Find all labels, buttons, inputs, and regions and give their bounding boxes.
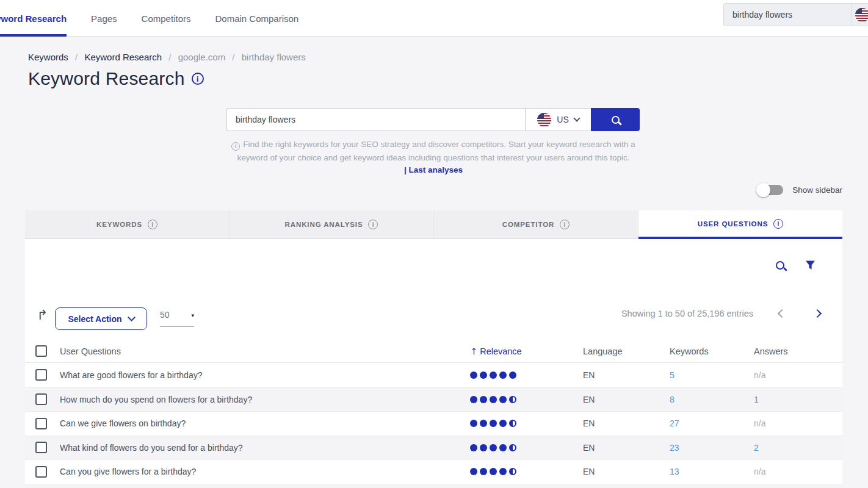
partial-table-row [25, 484, 842, 488]
nav-item-domain-comparison[interactable]: Domain Comparison [215, 0, 298, 37]
header-language[interactable]: Language [583, 346, 670, 356]
header-keywords[interactable]: Keywords [670, 346, 754, 356]
relevance-dot-full [499, 371, 507, 379]
showing-entries-text: Showing 1 to 50 of 25,196 entries [621, 309, 753, 318]
relevance-dots [470, 396, 583, 403]
user-questions-panel: ↱ Select Action 50 ▾ Showing 1 to 50 of … [25, 239, 842, 488]
question-text: What kind of flowers do you send for a b… [60, 443, 470, 453]
relevance-dot-half [509, 420, 516, 427]
relevance-dot-full [490, 371, 497, 379]
page-title: Keyword Research [28, 68, 185, 89]
relevance-dot-half [509, 468, 516, 475]
topbar-search-input[interactable] [724, 4, 843, 26]
answers-count[interactable]: n/a [754, 418, 842, 428]
relevance-dot-full [499, 468, 507, 475]
header-label: Relevance [480, 346, 522, 356]
country-code: US [557, 115, 568, 124]
relevance-dot-full [470, 371, 477, 379]
relevance-dots [470, 371, 583, 379]
topbar-search [723, 3, 868, 26]
result-tabs: KEYWORDS RANKING ANALYSIS COMPETITOR USE… [25, 210, 842, 239]
keywords-count-link[interactable]: 27 [670, 418, 754, 428]
answers-count[interactable]: n/a [754, 370, 842, 380]
header-relevance[interactable]: ↑Relevance [470, 346, 583, 356]
keyword-search-bar: US [226, 108, 640, 131]
select-all-checkbox[interactable] [35, 345, 47, 357]
relevance-dots [470, 420, 583, 427]
breadcrumb-domain[interactable]: google.com [178, 52, 226, 62]
tab-user-questions[interactable]: USER QUESTIONS [638, 210, 842, 239]
table-search-icon[interactable] [776, 261, 784, 270]
nav-item-keyword-research[interactable]: Keyword Research [0, 0, 67, 37]
row-checkbox[interactable] [35, 393, 47, 405]
country-select[interactable]: US [525, 108, 591, 131]
relevance-dot-full [490, 468, 497, 475]
page-size-value: 50 [160, 310, 170, 320]
table-row[interactable]: Can you give flowers for a birthday? EN … [25, 459, 842, 484]
keywords-count-link[interactable]: 13 [670, 467, 754, 476]
row-checkbox[interactable] [35, 442, 47, 453]
keyword-search-input[interactable] [226, 108, 525, 131]
header-user-questions[interactable]: User Questions [60, 346, 470, 356]
breadcrumb-keywords[interactable]: Keywords [28, 52, 68, 62]
question-text: Can you give flowers for a birthday? [60, 467, 470, 476]
relevance-dot-full [480, 371, 487, 379]
info-icon[interactable] [368, 220, 378, 229]
row-checkbox[interactable] [35, 418, 47, 429]
filter-icon[interactable] [805, 260, 816, 270]
nav-item-competitors[interactable]: Competitors [142, 0, 191, 37]
relevance-dot-full [509, 371, 516, 379]
table-row[interactable]: What kind of flowers do you send for a b… [25, 436, 842, 460]
row-checkbox[interactable] [35, 369, 47, 381]
table-header: User Questions ↑Relevance Language Keywo… [25, 340, 842, 363]
row-checkbox[interactable] [35, 466, 47, 478]
answers-count[interactable]: 2 [754, 443, 842, 453]
answers-count[interactable]: n/a [754, 467, 842, 476]
tab-competitor[interactable]: COMPETITOR [434, 210, 638, 239]
relevance-dot-full [470, 444, 477, 451]
chevron-down-icon [573, 115, 580, 121]
info-icon[interactable] [192, 73, 204, 85]
relevance-dot-full [480, 420, 487, 427]
breadcrumb-keyword-research[interactable]: Keyword Research [84, 52, 162, 62]
show-sidebar-label: Show sidebar [792, 185, 842, 195]
show-sidebar-toggle[interactable] [758, 185, 783, 195]
page-size-select[interactable]: 50 ▾ [160, 310, 194, 327]
previous-page-icon[interactable] [778, 309, 786, 318]
tab-ranking-analysis[interactable]: RANKING ANALYSIS [230, 210, 434, 239]
keywords-count-link[interactable]: 5 [670, 370, 754, 380]
select-action-dropdown[interactable]: Select Action [55, 307, 147, 330]
language-value: EN [583, 370, 670, 380]
table-row[interactable]: How much do you spend on flowers for a b… [25, 387, 842, 412]
topbar-country-flag[interactable] [852, 8, 868, 22]
relevance-dot-full [480, 468, 487, 475]
question-text: Can we give flowers on birthday? [60, 418, 470, 428]
keywords-count-link[interactable]: 8 [670, 395, 754, 404]
language-value: EN [583, 443, 670, 453]
info-icon[interactable] [773, 219, 783, 229]
header-answers[interactable]: Answers [754, 346, 842, 356]
tab-keywords[interactable]: KEYWORDS [25, 210, 230, 239]
relevance-dots [470, 468, 583, 475]
export-icon[interactable]: ↱ [37, 309, 48, 322]
breadcrumb-separator: / [168, 52, 171, 62]
search-button[interactable] [591, 108, 640, 131]
table-row[interactable]: What are good flowers for a birthday? EN… [25, 363, 842, 387]
info-icon[interactable] [148, 220, 157, 229]
language-value: EN [583, 418, 670, 428]
last-analyses-link[interactable]: | Last analyses [201, 165, 665, 174]
answers-count[interactable]: 1 [754, 395, 842, 404]
keywords-count-link[interactable]: 23 [670, 443, 754, 453]
relevance-dot-full [480, 444, 487, 451]
description-line1: Find the right keywords for your SEO str… [243, 140, 635, 149]
language-value: EN [583, 395, 670, 404]
relevance-dot-full [499, 396, 507, 403]
table-row[interactable]: Can we give flowers on birthday? EN 27 n… [25, 411, 842, 436]
relevance-dot-full [470, 468, 477, 475]
tab-label: KEYWORDS [96, 221, 142, 228]
sidebar-toggle-row: Show sidebar [758, 185, 842, 195]
info-icon[interactable] [560, 220, 570, 229]
question-text: What are good flowers for a birthday? [60, 370, 470, 380]
next-page-icon[interactable] [813, 309, 822, 318]
nav-item-pages[interactable]: Pages [91, 0, 117, 37]
